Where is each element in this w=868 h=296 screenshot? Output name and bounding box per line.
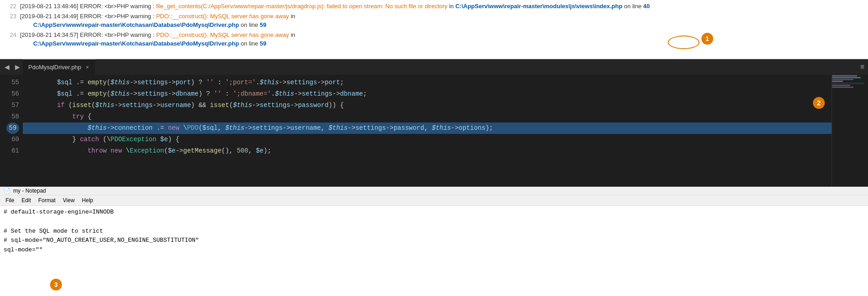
line-num-57: 57: [4, 100, 19, 111]
notepad-line-3: # Set the SQL mode to strict: [4, 227, 864, 236]
notepad-menu-help[interactable]: Help: [78, 196, 97, 204]
line-num-60: 60: [4, 134, 19, 145]
annotation-bubble-2: 2: [813, 97, 825, 109]
line-numbers-gutter: 55 56 57 58 59 60 61: [0, 75, 23, 187]
code-line-60: } catch (\PDOException $e) {: [23, 134, 832, 145]
annotation-bubble-3: 3: [50, 279, 62, 291]
line-num-59: 59: [6, 122, 19, 134]
minimap: [832, 75, 868, 187]
notepad-menu-edit[interactable]: Edit: [18, 196, 35, 204]
tab-nav-right[interactable]: ▶: [12, 59, 23, 75]
code-line-57: if (isset($this->settings->username) && …: [23, 100, 832, 111]
code-line-58: try {: [23, 111, 832, 122]
error-line-24-content: [2019-08-21 14:34:57] ERROR: <br>PHP war…: [20, 31, 864, 48]
notepad-line-4: # sql-mode="NO_AUTO_CREATE_USER,NO_ENGIN…: [4, 236, 864, 245]
line-number-22: 22: [4, 2, 16, 11]
code-line-55: $sql .= empty($this->settings->port) ? '…: [23, 77, 832, 88]
error-line-23: 23 [2019-08-21 14:34:49] ERROR: <br>PHP …: [4, 12, 864, 30]
notepad-menu-format[interactable]: Format: [35, 196, 59, 204]
notepad-panel: 📄 my - Notepad File Edit Format View Hel…: [0, 187, 868, 296]
error-line-24: 24 [2019-08-21 14:34:57] ERROR: <br>PHP …: [4, 31, 864, 48]
line-num-61: 61: [4, 145, 19, 157]
line-num-56: 56: [4, 88, 19, 100]
error-line-23-content: [2019-08-21 14:34:49] ERROR: <br>PHP war…: [20, 12, 864, 30]
notepad-title-bar: 📄 my - Notepad: [0, 187, 868, 195]
tab-pdomysqldriver[interactable]: PdoMysqlDriver.php ×: [23, 59, 96, 75]
tab-menu-button[interactable]: ≡: [857, 63, 868, 71]
tab-nav-left[interactable]: ◀: [2, 59, 12, 75]
annotation-bubble-1: 1: [701, 33, 713, 45]
tab-bar: ◀ ▶ PdoMysqlDriver.php × ≡: [0, 59, 868, 75]
notepad-line-5: sql-mode="": [4, 245, 864, 255]
code-editor-panel: 55 56 57 58 59 60 61 $sql .= empty($this…: [0, 75, 868, 187]
error-line-22-content: [2019-08-21 13:48:46] ERROR: <br>PHP war…: [20, 2, 864, 11]
line-num-58: 58: [4, 111, 19, 122]
error-line-22: 22 [2019-08-21 13:48:46] ERROR: <br>PHP …: [4, 2, 864, 11]
line-number-23: 23: [4, 12, 16, 21]
notepad-menu-bar: File Edit Format View Help: [0, 195, 868, 206]
code-content-area: $sql .= empty($this->settings->port) ? '…: [23, 75, 832, 187]
code-line-59: $this->connection .= new \PDO($sql, $thi…: [23, 122, 832, 134]
line-num-55: 55: [4, 77, 19, 88]
notepad-title: my - Notepad: [13, 188, 46, 194]
tab-close-button[interactable]: ×: [85, 64, 90, 71]
notepad-menu-file[interactable]: File: [2, 196, 18, 204]
notepad-line-2: [4, 217, 864, 227]
notepad-icon: 📄: [4, 188, 10, 194]
notepad-content-area[interactable]: # default-storage-engine=INNODB # Set th…: [0, 206, 868, 296]
error-log-panel: 22 [2019-08-21 13:48:46] ERROR: <br>PHP …: [0, 0, 868, 59]
line-number-24: 24: [4, 31, 16, 40]
code-line-61: throw new \Exception($e->getMessage(), 5…: [23, 145, 832, 157]
tab-label: PdoMysqlDriver.php: [28, 64, 81, 71]
code-line-56: $sql .= empty($this->settings->dbname) ?…: [23, 88, 832, 100]
notepad-menu-view[interactable]: View: [59, 196, 78, 204]
notepad-line-1: # default-storage-engine=INNODB: [4, 208, 864, 217]
